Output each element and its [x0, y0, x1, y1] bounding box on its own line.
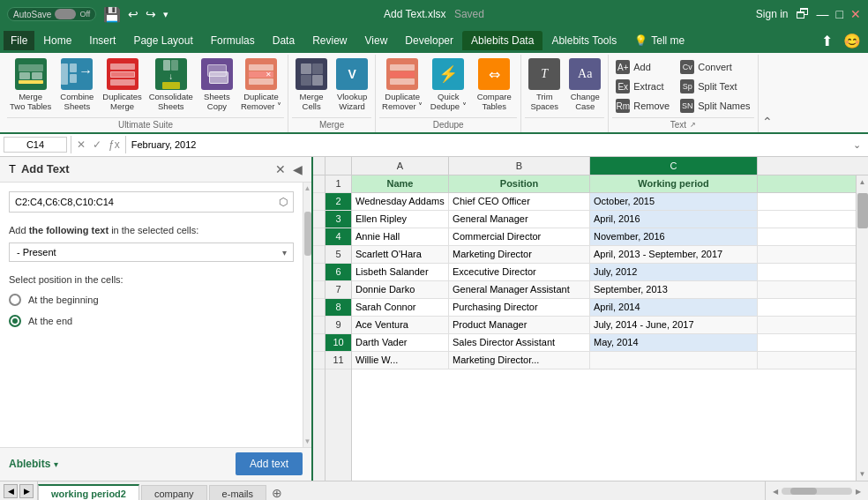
add-sheet-button[interactable]: ⊕	[268, 484, 286, 500]
formula-function-icon[interactable]: ƒx	[107, 138, 122, 151]
data-cell[interactable]: Donnie Darko	[352, 281, 449, 298]
extract-button[interactable]: Ex Extract	[612, 78, 673, 95]
tab-scroll-left-button[interactable]: ◀	[4, 484, 18, 498]
data-cell[interactable]: General Manager	[449, 211, 590, 228]
close-icon[interactable]: ✕	[850, 7, 861, 21]
menu-item-file[interactable]: File	[4, 31, 34, 50]
emoji-icon[interactable]: 😊	[840, 33, 864, 49]
redo-icon[interactable]: ↪	[146, 7, 156, 21]
scroll-down-arrow[interactable]: ▼	[859, 467, 866, 481]
dedupe-duplicate-remover-button[interactable]: DuplicateRemover ˅	[379, 55, 425, 116]
autosave-toggle-switch[interactable]	[55, 9, 76, 19]
menu-item-developer[interactable]: Developer	[396, 31, 462, 50]
menu-item-tell-me[interactable]: 💡Tell me	[625, 31, 693, 50]
vlookup-button[interactable]: V VlookupWizard	[333, 55, 371, 116]
sheet-tab-emails[interactable]: e-mails	[209, 485, 266, 500]
data-cell-highlighted[interactable]: October, 2015	[590, 193, 758, 210]
add-text-small-button[interactable]: A+ Add	[612, 58, 673, 76]
menu-item-data[interactable]: Data	[264, 31, 303, 50]
change-case-button[interactable]: Aa ChangeCase	[565, 55, 604, 116]
restore-icon[interactable]: 🗗	[796, 6, 810, 22]
quick-dedupe-button[interactable]: ⚡ QuickDedupe ˅	[427, 55, 469, 116]
data-cell[interactable]: Wednesday Addams	[352, 193, 449, 210]
sheet-tab-company[interactable]: company	[141, 485, 207, 500]
h-scroll-left[interactable]: ◀	[773, 488, 778, 496]
share-icon[interactable]: ⬆	[814, 33, 840, 49]
data-cell-highlighted[interactable]: May, 2014	[590, 334, 758, 351]
menu-item-review[interactable]: Review	[303, 31, 355, 50]
col-header-a[interactable]: A	[352, 157, 449, 175]
cell-range-display[interactable]: C2:C4,C6:C8,C10:C14 ⬡	[9, 191, 294, 213]
split-text-button[interactable]: Sp Split Text	[677, 78, 753, 95]
add-text-button[interactable]: Add text	[236, 452, 303, 475]
data-cell[interactable]: Marketing Director...	[449, 352, 590, 369]
panel-scroll-thumb[interactable]	[304, 212, 311, 256]
col-header-c[interactable]: C	[590, 157, 758, 175]
convert-button[interactable]: Cv Convert	[677, 58, 753, 76]
menu-item-ablebits-data[interactable]: Ablebits Data	[462, 31, 542, 50]
formula-input[interactable]: February, 2012	[130, 138, 846, 152]
cell-range-expand-icon[interactable]: ⬡	[279, 196, 288, 208]
scroll-thumb[interactable]	[857, 193, 868, 228]
panel-right-scrollbar[interactable]: ▲ ▼	[303, 183, 311, 447]
data-cell[interactable]: Product Manager	[449, 317, 590, 333]
data-cell[interactable]: Annie Hall	[352, 228, 449, 245]
data-cell[interactable]: July, 2014 - June, 2017	[590, 317, 758, 333]
data-cell[interactable]: Sarah Connor	[352, 299, 449, 316]
data-cell[interactable]: Ace Ventura	[352, 317, 449, 333]
menu-item-formulas[interactable]: Formulas	[202, 31, 264, 50]
data-cell-highlighted[interactable]: July, 2012	[590, 264, 758, 280]
radio-at-beginning[interactable]: At the beginning	[9, 294, 294, 306]
menu-item-view[interactable]: View	[356, 31, 397, 50]
data-cell[interactable]: General Manager Assistant	[449, 281, 590, 298]
ribbon-collapse-button[interactable]: ⌃	[762, 115, 773, 129]
tab-scroll-right-button[interactable]: ▶	[19, 484, 34, 498]
combine-sheets-button[interactable]: → CombineSheets	[56, 55, 98, 116]
panel-close-button[interactable]: ✕	[275, 162, 286, 176]
menu-item-insert[interactable]: Insert	[80, 31, 124, 50]
data-cell-highlighted[interactable]: April, 2016	[590, 211, 758, 228]
merge-cells-button[interactable]: MergeCells	[292, 55, 331, 116]
data-cell[interactable]: Darth Vader	[352, 334, 449, 351]
sheets-copy-button[interactable]: SheetsCopy	[198, 55, 236, 116]
sheet-tab-working-period2[interactable]: working period2	[38, 484, 139, 500]
duplicates-merge-button[interactable]: DuplicatesMerge	[100, 55, 144, 116]
h-scrollbar-area[interactable]: ◀ ▶	[765, 481, 868, 500]
data-cell[interactable]: Lisbeth Salander	[352, 264, 449, 280]
radio-at-end[interactable]: At the end	[9, 315, 294, 327]
minimize-icon[interactable]: —	[817, 7, 829, 21]
h-scroll-thumb[interactable]	[790, 488, 817, 495]
data-cell[interactable]: Commercial Director	[449, 228, 590, 245]
ablebits-brand-area[interactable]: Ablebits ▾	[9, 458, 58, 470]
signin-label[interactable]: Sign in	[756, 8, 789, 20]
data-cell[interactable]: Ellen Ripley	[352, 211, 449, 228]
data-cell-highlighted[interactable]: November, 2016	[590, 228, 758, 245]
autosave-toggle[interactable]: AutoSave Off	[7, 7, 96, 21]
data-cell[interactable]: Chief CEO Officer	[449, 193, 590, 210]
undo-icon[interactable]: ↩	[128, 7, 138, 21]
col-header-b[interactable]: B	[449, 157, 590, 175]
h-scroll-right[interactable]: ▶	[856, 488, 861, 496]
data-cell[interactable]	[590, 352, 758, 369]
v-scrollbar[interactable]: ▲ ▼	[856, 175, 868, 481]
data-cell[interactable]: September, 2013	[590, 281, 758, 298]
data-cell[interactable]: Sales Director Assistant	[449, 334, 590, 351]
quick-access-dropdown[interactable]: ▾	[163, 9, 168, 20]
maximize-icon[interactable]: □	[836, 7, 843, 21]
menu-item-page-layout[interactable]: Page Layout	[124, 31, 201, 50]
data-cell[interactable]: Willie W...	[352, 352, 449, 369]
save-icon[interactable]: 💾	[103, 6, 121, 23]
data-cell-highlighted[interactable]: April, 2014	[590, 299, 758, 316]
panel-scroll-down-arrow[interactable]: ▼	[303, 436, 311, 447]
panel-collapse-button[interactable]: ◀	[293, 162, 303, 176]
duplicate-remover-button[interactable]: ✕ DuplicateRemover ˅	[238, 55, 284, 116]
consolidate-sheets-button[interactable]: ↓ ConsolidateSheets	[146, 55, 196, 116]
text-group-expand-icon[interactable]: ↗	[690, 121, 696, 129]
data-cell[interactable]: April, 2013 - September, 2017	[590, 246, 758, 263]
trim-spaces-button[interactable]: T TrimSpaces	[525, 55, 564, 116]
formula-confirm-icon[interactable]: ✓	[91, 138, 103, 151]
split-names-button[interactable]: SN Split Names	[677, 97, 753, 115]
merge-two-tables-button[interactable]: MergeTwo Tables	[7, 55, 54, 116]
data-cell[interactable]: Scarlett O'Hara	[352, 246, 449, 263]
text-value-select[interactable]: - Present	[9, 243, 294, 262]
